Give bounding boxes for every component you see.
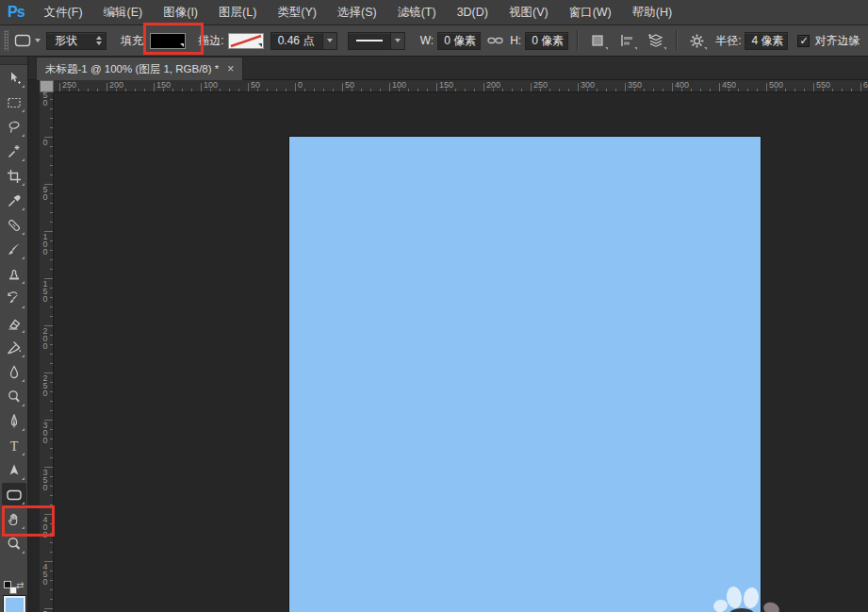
menu-item[interactable]: 3D(D) [447, 6, 499, 19]
crop-tool[interactable] [2, 164, 26, 188]
radius-input[interactable]: 4 像素 [745, 32, 788, 50]
tool-mode-select[interactable]: 形状 [46, 32, 106, 50]
foreground-color-swatch[interactable] [4, 596, 25, 612]
rounded-rectangle-tool[interactable] [2, 483, 26, 506]
solid-line-icon [354, 38, 385, 43]
menu-item[interactable]: 编辑(E) [93, 6, 154, 19]
ruler-tick [50, 476, 53, 477]
ruler-label: 2 0 0 [41, 327, 49, 350]
path-operations-button[interactable] [586, 30, 609, 51]
default-colors-icon[interactable] [4, 581, 17, 594]
horizontal-ruler[interactable]: 2502001501005005010015020025030035040045… [54, 80, 868, 92]
type-tool[interactable]: T [2, 434, 26, 457]
menu-item[interactable]: 帮助(H) [622, 6, 682, 19]
document-tab[interactable]: 未标题-1 @ 100% (图层 1, RGB/8) * × [36, 57, 243, 80]
pen-tool[interactable] [2, 409, 26, 433]
ruler-label: 50 [251, 80, 260, 90]
menu-item[interactable]: 文件(F) [34, 6, 93, 19]
ruler-origin-corner[interactable] [40, 80, 54, 92]
ruler-tick [700, 89, 701, 91]
photoshop-window: Ps 文件(F)编辑(E)图像(I)图层(L)类型(Y)选择(S)滤镜(T)3D… [0, 0, 868, 612]
ruler-tick [50, 99, 53, 100]
path-arrangement-button[interactable] [645, 30, 667, 51]
menu-item[interactable]: 窗口(W) [559, 6, 622, 19]
stroke-color-swatch[interactable] [228, 33, 264, 49]
spinner-icon [96, 36, 102, 45]
ruler-tick [549, 89, 550, 91]
stroke-style-select[interactable] [348, 32, 391, 50]
close-icon[interactable]: × [227, 63, 234, 74]
ruler-tick [220, 89, 221, 91]
height-label: H: [510, 34, 521, 47]
dodge-tool[interactable] [2, 385, 26, 408]
ruler-tick [50, 542, 53, 543]
blur-tool[interactable] [2, 360, 26, 384]
paint-bucket-tool[interactable] [2, 336, 26, 359]
swap-colors-icon[interactable]: ⇄ [16, 580, 24, 590]
ruler-tick [50, 363, 53, 364]
menu-item[interactable]: 图层(L) [208, 6, 267, 19]
stroke-width-field[interactable]: 0.46 点 [270, 32, 323, 50]
ruler-tick [672, 83, 673, 91]
menu-item[interactable]: 视图(V) [499, 6, 559, 19]
ruler-tick [578, 83, 579, 91]
shape-width-input[interactable]: 0 像素 [437, 32, 481, 50]
tool-mode-value: 形状 [55, 33, 77, 49]
magic-wand-tool[interactable] [2, 140, 26, 163]
menu-item[interactable]: 选择(S) [327, 6, 387, 19]
ruler-tick [502, 89, 503, 91]
path-alignment-button[interactable] [615, 30, 638, 51]
history-brush-tool[interactable] [2, 287, 26, 310]
align-edges-checkbox[interactable]: ✓ [797, 35, 810, 47]
spot-healing-brush-tool[interactable] [2, 213, 26, 237]
link-dimensions-icon[interactable] [487, 35, 503, 46]
path-selection-tool[interactable] [2, 458, 26, 482]
document-canvas[interactable] [289, 137, 761, 612]
stroke-width-dropdown-button[interactable] [323, 32, 337, 50]
eraser-tool[interactable] [2, 311, 26, 335]
ruler-tick [710, 89, 711, 91]
brush-tool[interactable] [2, 238, 26, 261]
ruler-tick [106, 83, 107, 91]
ruler-label: 5 0 [41, 186, 49, 201]
highlight-box-rounded-rectangle-tool [2, 505, 55, 537]
clone-stamp-tool[interactable] [2, 262, 26, 286]
flyout-indicator-icon [22, 134, 25, 137]
ruler-tick [50, 165, 53, 166]
menu-item[interactable]: 类型(Y) [267, 6, 327, 19]
lasso-tool[interactable] [2, 115, 26, 139]
flyout-indicator-icon [22, 232, 25, 235]
geometry-options-button[interactable] [685, 30, 708, 51]
eyedropper-tool[interactable] [2, 189, 26, 212]
menu-item[interactable]: 滤镜(T) [387, 6, 447, 19]
ruler-tick [50, 429, 53, 430]
ruler-tick [50, 203, 53, 204]
highlight-box-fill-swatch [143, 23, 204, 55]
ruler-tick [50, 269, 53, 270]
radius-label: 半径: [715, 33, 741, 49]
radius-value: 4 像素 [751, 33, 783, 49]
ruler-tick [172, 89, 173, 91]
ruler-tick [50, 240, 53, 241]
options-bar-grip-icon[interactable] [4, 30, 8, 51]
tab-bar: 未标题-1 @ 100% (图层 1, RGB/8) * × [28, 57, 868, 80]
flyout-indicator-icon [22, 453, 25, 455]
stroke-style-dropdown-button[interactable] [391, 32, 405, 50]
ruler-label: 250 [62, 80, 76, 90]
ruler-label: 150 [439, 80, 453, 90]
tool-preset-button[interactable] [13, 29, 41, 52]
width-label: W: [420, 34, 434, 47]
ruler-label: 450 [722, 80, 736, 90]
chevron-down-icon [35, 39, 41, 42]
ruler-tick [50, 354, 53, 355]
ruler-tick [50, 391, 53, 392]
menu-item[interactable]: 图像(I) [153, 6, 208, 19]
rectangular-marquee-tool[interactable] [2, 91, 26, 114]
toolbar-grip[interactable] [0, 57, 27, 65]
flyout-indicator-icon [22, 256, 25, 259]
ruler-label: 350 [628, 80, 642, 90]
shape-height-input[interactable]: 0 像素 [525, 32, 568, 50]
ruler-label: 600 [863, 80, 868, 90]
move-tool[interactable] [2, 66, 26, 90]
ruler-tick [50, 259, 53, 260]
